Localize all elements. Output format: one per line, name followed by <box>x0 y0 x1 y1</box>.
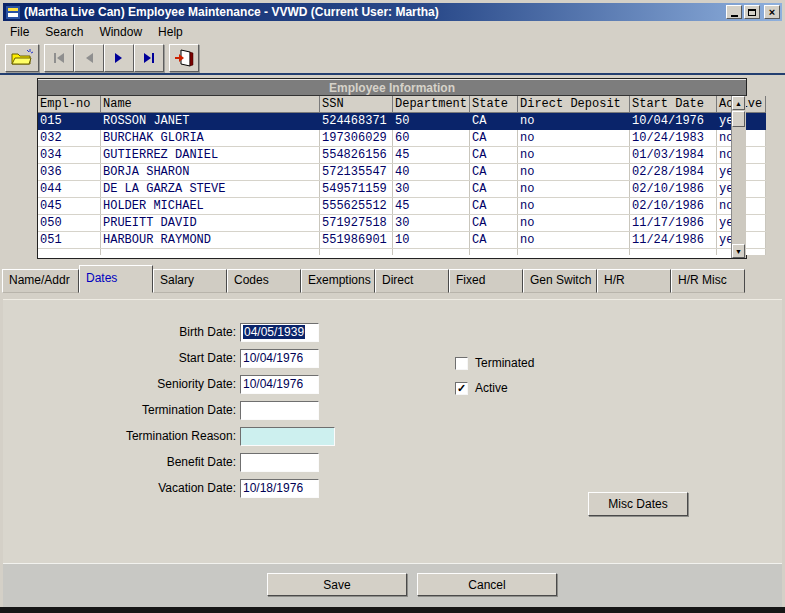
field-termination-date[interactable] <box>240 401 319 420</box>
grid-cell[interactable]: 572135547 <box>320 164 393 181</box>
grid-cell[interactable]: ROSSON JANET <box>101 113 320 130</box>
grid-cell[interactable]: 050 <box>38 215 101 232</box>
grid-cell[interactable]: no <box>518 181 630 198</box>
column-header-department[interactable]: Department <box>393 96 470 113</box>
scroll-up-button[interactable]: ▲ <box>732 96 745 110</box>
tab-gen-switch[interactable]: Gen Switch <box>523 269 597 293</box>
column-header-empl-no[interactable]: Empl-no <box>38 96 101 113</box>
grid-cell[interactable]: CA <box>470 198 518 215</box>
minimize-button[interactable] <box>726 5 742 19</box>
grid-cell[interactable]: no <box>518 215 630 232</box>
tab-codes[interactable]: Codes <box>227 269 301 293</box>
table-row[interactable]: 015ROSSON JANET52446837150CAno10/04/1976… <box>38 113 766 130</box>
grid-cell[interactable]: 40 <box>393 164 470 181</box>
column-header-ssn[interactable]: SSN <box>320 96 393 113</box>
menu-item-window[interactable]: Window <box>92 23 151 41</box>
table-row[interactable]: 045HOLDER MICHAEL55562551245CAno02/10/19… <box>38 198 766 215</box>
grid-cell[interactable]: no <box>518 198 630 215</box>
grid-cell[interactable]: 02/28/1984 <box>630 164 717 181</box>
grid-cell[interactable]: 555625512 <box>320 198 393 215</box>
checkbox-active[interactable]: ✓ <box>455 382 468 395</box>
tab-salary[interactable]: Salary <box>153 269 227 293</box>
grid-cell[interactable]: HARBOUR RAYMOND <box>101 232 320 249</box>
tab-dates[interactable]: Dates <box>79 265 153 293</box>
previous-record-button[interactable] <box>74 44 104 72</box>
column-header-state[interactable]: State <box>470 96 518 113</box>
grid-cell[interactable]: 30 <box>393 181 470 198</box>
open-record-button[interactable] <box>5 44 39 72</box>
grid-cell[interactable]: 01/03/1984 <box>630 147 717 164</box>
grid-cell[interactable]: 60 <box>393 130 470 147</box>
grid-cell[interactable]: 02/10/1986 <box>630 198 717 215</box>
checkbox-label-active[interactable]: Active <box>475 381 508 395</box>
grid-cell[interactable]: 50 <box>393 113 470 130</box>
field-termination-reason[interactable] <box>240 427 335 446</box>
checkbox-row-terminated[interactable]: Terminated <box>455 355 534 371</box>
grid-cell[interactable]: 197306029 <box>320 130 393 147</box>
grid-cell[interactable]: 11/17/1986 <box>630 215 717 232</box>
grid-cell[interactable]: 032 <box>38 130 101 147</box>
menu-item-help[interactable]: Help <box>151 23 192 41</box>
close-button[interactable]: × <box>764 5 780 19</box>
grid-cell[interactable]: PRUEITT DAVID <box>101 215 320 232</box>
tab-fixed[interactable]: Fixed <box>449 269 523 293</box>
grid-cell[interactable]: 045 <box>38 198 101 215</box>
next-record-button[interactable] <box>104 44 134 72</box>
menu-item-file[interactable]: File <box>3 23 38 41</box>
cancel-button[interactable]: Cancel <box>417 573 557 596</box>
grid-cell[interactable]: 554826156 <box>320 147 393 164</box>
menu-item-search[interactable]: Search <box>38 23 92 41</box>
checkbox-label-terminated[interactable]: Terminated <box>475 356 534 370</box>
grid-cell[interactable]: HOLDER MICHAEL <box>101 198 320 215</box>
grid-cell[interactable]: CA <box>470 164 518 181</box>
grid-cell[interactable]: CA <box>470 113 518 130</box>
checkbox-row-active[interactable]: ✓Active <box>455 380 508 396</box>
tab-exemptions[interactable]: Exemptions <box>301 269 375 293</box>
table-row[interactable]: 036BORJA SHARON57213554740CAno02/28/1984… <box>38 164 766 181</box>
field-benefit-date[interactable] <box>240 453 319 472</box>
grid-scrollbar[interactable]: ▲ ▼ <box>731 96 746 258</box>
grid-cell[interactable]: 034 <box>38 147 101 164</box>
grid-cell[interactable]: BURCHAK GLORIA <box>101 130 320 147</box>
field-vacation-date[interactable]: 10/18/1976 <box>240 479 319 498</box>
table-row[interactable]: 034GUTIERREZ DANIEL55482615645CAno01/03/… <box>38 147 766 164</box>
tab-direct[interactable]: Direct <box>375 269 449 293</box>
grid-cell[interactable]: 10/24/1983 <box>630 130 717 147</box>
grid-cell[interactable]: 524468371 <box>320 113 393 130</box>
table-row[interactable]: 051HARBOUR RAYMOND55198690110CAno11/24/1… <box>38 232 766 249</box>
grid-cell[interactable]: 10/04/1976 <box>630 113 717 130</box>
column-header-start-date[interactable]: Start Date <box>630 96 717 113</box>
maximize-button[interactable] <box>744 5 760 19</box>
save-button[interactable]: Save <box>267 573 407 596</box>
grid-cell[interactable]: GUTIERREZ DANIEL <box>101 147 320 164</box>
grid-cell[interactable]: CA <box>470 147 518 164</box>
grid-cell[interactable]: 10 <box>393 232 470 249</box>
grid-cell[interactable]: no <box>518 164 630 181</box>
grid-cell[interactable]: 549571159 <box>320 181 393 198</box>
grid-cell[interactable]: CA <box>470 215 518 232</box>
tab-h-r[interactable]: H/R <box>597 269 671 293</box>
grid-cell[interactable]: 044 <box>38 181 101 198</box>
table-row[interactable]: 050PRUEITT DAVID57192751830CAno11/17/198… <box>38 215 766 232</box>
grid-cell[interactable]: 30 <box>393 215 470 232</box>
grid-cell[interactable]: no <box>518 147 630 164</box>
grid-cell[interactable]: no <box>518 130 630 147</box>
misc-dates-button[interactable]: Misc Dates <box>588 492 688 516</box>
column-header-direct-deposit[interactable]: Direct Deposit <box>518 96 630 113</box>
grid-cell[interactable]: 551986901 <box>320 232 393 249</box>
tab-name-addr[interactable]: Name/Addr <box>2 269 79 293</box>
field-start-date[interactable]: 10/04/1976 <box>240 349 319 368</box>
grid-cell[interactable]: 45 <box>393 198 470 215</box>
exit-button[interactable] <box>169 44 199 72</box>
grid-cell[interactable]: DE LA GARZA STEVE <box>101 181 320 198</box>
grid-cell[interactable]: 02/10/1986 <box>630 181 717 198</box>
grid-cell[interactable]: 45 <box>393 147 470 164</box>
grid-cell[interactable]: 051 <box>38 232 101 249</box>
grid-cell[interactable]: 036 <box>38 164 101 181</box>
table-row[interactable]: 032BURCHAK GLORIA19730602960CAno10/24/19… <box>38 130 766 147</box>
table-row[interactable]: 044DE LA GARZA STEVE54957115930CAno02/10… <box>38 181 766 198</box>
field-birth-date[interactable]: 04/05/1939 <box>240 323 319 342</box>
grid-cell[interactable]: 571927518 <box>320 215 393 232</box>
grid-cell[interactable]: 11/24/1986 <box>630 232 717 249</box>
grid-cell[interactable]: BORJA SHARON <box>101 164 320 181</box>
